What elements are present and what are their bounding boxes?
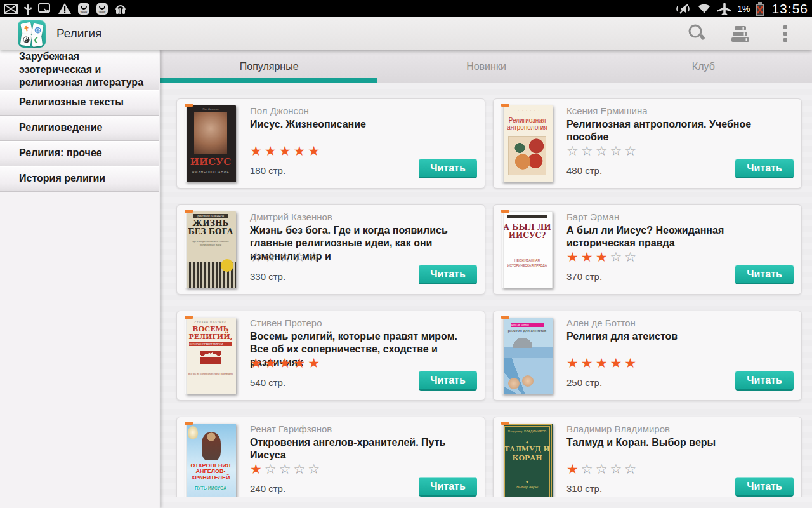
headphones-icon <box>114 3 127 15</box>
bookmark-ribbon <box>501 104 509 107</box>
bookmark-ribbon <box>501 316 509 319</box>
book-card[interactable]: ОТКРОВЕНИЯ АНГЕЛОВ-ХРАНИТЕЛЕЙ ПУТЬ ИИСУС… <box>176 417 485 497</box>
book-title: Религиозная антропология. Учебное пособи… <box>566 118 796 144</box>
page-title: Религия <box>56 27 102 41</box>
read-button[interactable]: Читать <box>735 159 794 178</box>
page-count: 540 стр. <box>250 377 285 388</box>
book-title: Талмуд и Коран. Выбор веры <box>566 436 796 449</box>
bookmark-ribbon <box>185 104 193 107</box>
book-list: Пол Джонсон ИИСУС ЖИЗНЕОПИСАНИЕ Пол Джон… <box>160 83 812 497</box>
message-icon <box>4 4 18 14</box>
bookmark-ribbon <box>501 422 509 425</box>
book-cover: А БЫЛ ЛИ ИИСУС? НЕОЖИДАННАЯ ИСТОРИЧЕСКАЯ… <box>499 211 558 288</box>
battery-percent: 1% <box>737 4 750 14</box>
rating-stars: ★☆☆☆☆ <box>250 463 322 476</box>
bottom-strip <box>160 497 812 508</box>
read-button[interactable]: Читать <box>419 371 477 391</box>
galaxy-app-icon: Galaxy <box>77 3 90 15</box>
read-button[interactable]: Читать <box>735 371 794 391</box>
rating-stars: ★★★☆☆ <box>566 251 639 264</box>
page-count: 370 стр. <box>566 271 602 282</box>
svg-text:Galaxy: Galaxy <box>81 11 88 13</box>
overflow-menu-icon[interactable] <box>773 21 798 46</box>
tab-popular[interactable]: Популярные <box>160 50 377 83</box>
sidebar-item-religious-texts[interactable]: Религиозные тексты <box>0 90 159 116</box>
book-card[interactable]: ДМИТРИЙ КАЗЕННОВ ЖИЗНЬ БЕЗ БОГА где и ко… <box>176 204 485 295</box>
book-cover: ДМИТРИЙ КАЗЕННОВ ЖИЗНЬ БЕЗ БОГА где и ко… <box>183 211 241 288</box>
read-button[interactable]: Читать <box>419 265 477 284</box>
book-card[interactable]: А БЫЛ ЛИ ИИСУС? НЕОЖИДАННАЯ ИСТОРИЧЕСКАЯ… <box>493 204 802 295</box>
book-cover: Пол Джонсон ИИСУС ЖИЗНЕОПИСАНИЕ <box>183 105 241 182</box>
status-bar: Galaxy Galaxy 1% 13:56 <box>0 0 812 17</box>
book-cover: ОТКРОВЕНИЯ АНГЕЛОВ-ХРАНИТЕЛЕЙ ПУТЬ ИИСУС… <box>183 423 241 497</box>
galaxy-app-icon: Galaxy <box>96 3 108 15</box>
sidebar-item-religious-studies[interactable]: Религиоведение <box>0 116 159 141</box>
book-author: Стивен Протеро <box>250 318 479 328</box>
book-cover: · · · · · · · Религиозная антропология <box>499 105 558 182</box>
book-card[interactable]: Владимир ВЛАДИМИРОВ ◆ ТАЛМУД И КОРАН ◆ В… <box>493 417 802 497</box>
svg-text:Galaxy: Galaxy <box>99 11 106 13</box>
book-author: Барт Эрман <box>566 211 796 222</box>
screenshot-icon <box>38 3 52 15</box>
crescent-icon <box>31 34 43 47</box>
book-cover: ален де боттон религия для атеистов <box>499 317 558 394</box>
rating-stars: ☆☆☆☆☆ <box>566 145 639 158</box>
tab-bar: Популярные Новинки Клуб <box>160 50 812 83</box>
page-count: 250 стр. <box>566 377 602 388</box>
tab-club[interactable]: Клуб <box>595 50 812 83</box>
page-count: 480 стр. <box>566 165 602 176</box>
sidebar-item-religion-history[interactable]: История религии <box>0 166 159 192</box>
wifi-icon <box>697 3 712 15</box>
bookmark-ribbon <box>185 316 193 319</box>
page-count: 240 стр. <box>250 483 285 494</box>
read-button[interactable]: Читать <box>419 159 477 178</box>
page-count: 180 стр. <box>250 165 285 176</box>
book-title: Религия для атеистов <box>566 330 796 343</box>
warning-icon <box>58 3 72 15</box>
yin-yang-icon <box>20 33 32 46</box>
read-button[interactable]: Читать <box>419 477 477 497</box>
book-author: Дмитрий Казеннов <box>250 211 479 222</box>
rating-stars: ★★★★★ <box>566 357 639 370</box>
rating-stars: ★★★★★ <box>250 357 322 370</box>
page-count: 310 стр. <box>566 483 602 494</box>
clock: 13:56 <box>771 1 808 17</box>
battery-icon <box>755 2 765 16</box>
library-icon[interactable] <box>728 21 754 46</box>
read-button[interactable]: Читать <box>735 265 794 284</box>
book-author: Пол Джонсон <box>250 105 479 116</box>
airplane-mode-icon <box>717 2 732 16</box>
book-author: Ренат Гарифзянов <box>250 424 479 434</box>
book-author: Ален де Боттон <box>566 318 796 328</box>
search-icon[interactable] <box>684 21 709 46</box>
book-card[interactable]: Пол Джонсон ИИСУС ЖИЗНЕОПИСАНИЕ Пол Джон… <box>176 98 485 189</box>
app-logo-icon[interactable]: ✝ <box>18 20 46 48</box>
category-sidebar: Зарубежная эзотерическая и религиозная л… <box>0 50 160 508</box>
bookmark-ribbon <box>185 422 193 425</box>
book-title: А был ли Иисус? Неожиданная историческая… <box>566 224 796 250</box>
sidebar-item-religion-other[interactable]: Религия: прочее <box>0 141 159 166</box>
vibrate-mute-icon <box>675 3 691 15</box>
bookmark-ribbon <box>185 210 193 213</box>
book-author: Ксения Ермишина <box>566 105 796 116</box>
page-count: 330 стр. <box>250 271 285 282</box>
book-cover: СТИВЕН ПРОТЕРО ВОСЕМЬ РЕЛИГИЙ, КОТОРЫЕ П… <box>183 317 241 394</box>
tab-new[interactable]: Новинки <box>377 50 594 83</box>
bookmark-ribbon <box>501 210 509 213</box>
usb-icon <box>23 3 32 15</box>
book-title: Откровения ангелов-хранителей. Путь Иису… <box>250 436 479 462</box>
sidebar-item-foreign-esoteric[interactable]: Зарубежная эзотерическая и религиозная л… <box>0 50 159 90</box>
book-title: Иисус. Жизнеописание <box>250 118 479 131</box>
app-bar: ✝ Религия <box>0 17 812 50</box>
book-author: Владимир Владимиров <box>566 424 796 434</box>
book-cover: Владимир ВЛАДИМИРОВ ◆ ТАЛМУД И КОРАН ◆ В… <box>499 423 558 497</box>
rating-stars: ★★★★★ <box>250 145 322 158</box>
book-card[interactable]: ален де боттон религия для атеистов Ален… <box>493 311 802 401</box>
rating-stars: ☆☆☆☆☆ <box>250 251 322 264</box>
book-card[interactable]: · · · · · · · Религиозная антропология К… <box>493 98 802 189</box>
rating-stars: ★☆☆☆☆ <box>566 463 639 476</box>
read-button[interactable]: Читать <box>735 477 794 497</box>
book-card[interactable]: СТИВЕН ПРОТЕРО ВОСЕМЬ РЕЛИГИЙ, КОТОРЫЕ П… <box>176 311 485 401</box>
